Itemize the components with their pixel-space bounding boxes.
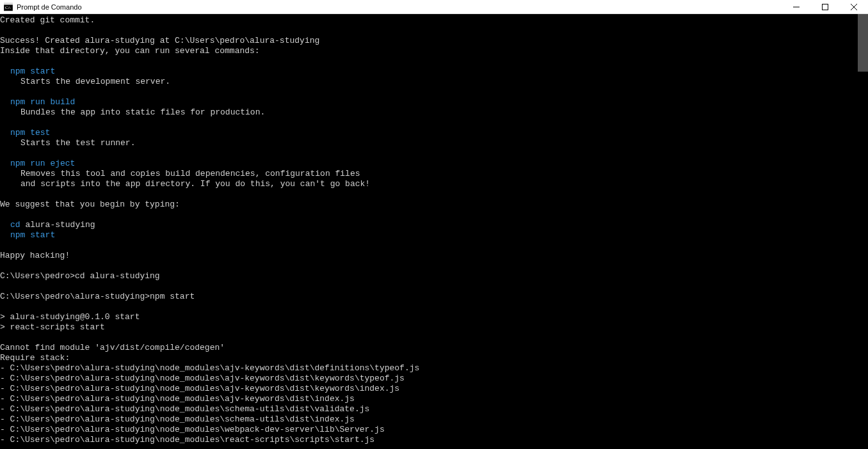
- terminal-output[interactable]: Created git commit. Success! Created alu…: [0, 14, 858, 449]
- terminal-line: We suggest that you begin by typing:: [0, 200, 858, 210]
- terminal-line: [0, 240, 858, 251]
- terminal-line: [0, 333, 858, 343]
- terminal-text: npm start: [10, 230, 55, 240]
- terminal-line: Starts the test runner.: [0, 138, 858, 148]
- minimize-button[interactable]: [782, 0, 810, 14]
- terminal-text: npm start: [10, 67, 55, 76]
- terminal-line: Require stack:: [0, 353, 858, 363]
- close-button[interactable]: [839, 0, 868, 14]
- terminal-text: Removes this tool and copies build depen…: [20, 169, 360, 178]
- terminal-text: - C:\Users\pedro\alura-studying\node_mod…: [0, 425, 385, 434]
- terminal-text: - C:\Users\pedro\alura-studying\node_mod…: [0, 384, 399, 393]
- cmd-icon: C:\: [4, 3, 13, 12]
- terminal-text: - C:\Users\pedro\alura-studying\node_mod…: [0, 394, 355, 404]
- terminal-text: Created git commit.: [0, 15, 95, 25]
- terminal-line: - C:\Users\pedro\alura-studying\node_mod…: [0, 363, 858, 374]
- terminal-line: [0, 87, 858, 97]
- terminal-line: [0, 148, 858, 159]
- terminal-line: - C:\Users\pedro\alura-studying\node_mod…: [0, 394, 858, 404]
- terminal-text: npm run build: [10, 97, 75, 107]
- maximize-button[interactable]: [810, 0, 839, 14]
- terminal-text: - C:\Users\pedro\alura-studying\node_mod…: [0, 363, 419, 373]
- terminal-line: > alura-studying@0.1.0 start: [0, 312, 858, 322]
- terminal-line: [0, 118, 858, 128]
- svg-rect-4: [822, 4, 828, 10]
- terminal-line: Success! Created alura-studying at C:\Us…: [0, 36, 858, 46]
- window-title: Prompt de Comando: [17, 3, 82, 11]
- terminal-line: [0, 281, 858, 292]
- terminal-text: C:\Users\pedro\alura-studying>npm start: [0, 292, 195, 301]
- terminal-line: cd alura-studying: [0, 220, 858, 230]
- terminal-text: Bundles the app into static files for pr…: [20, 107, 265, 117]
- terminal-text: - C:\Users\pedro\alura-studying\node_mod…: [0, 435, 374, 445]
- terminal-line: > react-scripts start: [0, 322, 858, 333]
- terminal-line: [0, 210, 858, 220]
- terminal-text: - C:\Users\pedro\alura-studying\node_mod…: [0, 374, 405, 383]
- terminal-line: [0, 56, 858, 67]
- terminal-line: Cannot find module 'ajv/dist/compile/cod…: [0, 343, 858, 353]
- terminal-text: We suggest that you begin by typing:: [0, 200, 180, 209]
- terminal-line: Starts the development server.: [0, 77, 858, 87]
- titlebar-left: C:\ Prompt de Comando: [4, 3, 82, 12]
- scrollbar-vertical[interactable]: [858, 14, 868, 449]
- terminal-line: Inside that directory, you can run sever…: [0, 46, 858, 56]
- terminal-text: Happy hacking!: [0, 251, 70, 260]
- terminal-text: and scripts into the app directory. If y…: [20, 179, 370, 189]
- terminal-text: Cannot find module 'ajv/dist/compile/cod…: [0, 343, 225, 352]
- terminal-line: Bundles the app into static files for pr…: [0, 107, 858, 118]
- terminal-line: - C:\Users\pedro\alura-studying\node_mod…: [0, 384, 858, 394]
- terminal-line: [0, 261, 858, 271]
- terminal-line: Happy hacking!: [0, 251, 858, 261]
- terminal-text: alura-studying: [25, 220, 95, 230]
- terminal-line: and scripts into the app directory. If y…: [0, 179, 858, 189]
- terminal-line: - C:\Users\pedro\alura-studying\node_mod…: [0, 414, 858, 425]
- terminal-line: npm run eject: [0, 159, 858, 169]
- terminal-text: > react-scripts start: [0, 322, 105, 332]
- terminal-line: C:\Users\pedro\alura-studying>npm start: [0, 292, 858, 302]
- terminal-text: Starts the development server.: [20, 77, 170, 86]
- terminal-text: Success! Created alura-studying at C:\Us…: [0, 36, 319, 45]
- window-controls: [782, 0, 868, 14]
- terminal-line: npm start: [0, 230, 858, 240]
- terminal-line: npm test: [0, 128, 858, 138]
- window-titlebar: C:\ Prompt de Comando: [0, 0, 868, 14]
- terminal-line: [0, 189, 858, 200]
- terminal-line: - C:\Users\pedro\alura-studying\node_mod…: [0, 435, 858, 445]
- terminal-line: [0, 26, 858, 36]
- terminal-line: [0, 302, 858, 312]
- terminal-line: Created git commit.: [0, 15, 858, 26]
- terminal-text: C:\Users\pedro>cd alura-studying: [0, 271, 160, 281]
- terminal-line: Removes this tool and copies build depen…: [0, 169, 858, 179]
- terminal-line: - C:\Users\pedro\alura-studying\node_mod…: [0, 425, 858, 435]
- terminal-line: C:\Users\pedro>cd alura-studying: [0, 271, 858, 281]
- terminal-text: Starts the test runner.: [20, 138, 135, 148]
- terminal-line: - C:\Users\pedro\alura-studying\node_mod…: [0, 374, 858, 384]
- terminal-text: npm run eject: [10, 159, 75, 168]
- terminal-text: npm test: [10, 128, 50, 138]
- terminal-line: - C:\Users\pedro\alura-studying\node_mod…: [0, 404, 858, 414]
- svg-text:C:\: C:\: [5, 5, 11, 10]
- terminal-line: npm start: [0, 67, 858, 77]
- terminal-text: > alura-studying@0.1.0 start: [0, 312, 140, 322]
- terminal-text: cd: [10, 220, 25, 230]
- terminal-container: Created git commit. Success! Created alu…: [0, 14, 868, 449]
- terminal-text: - C:\Users\pedro\alura-studying\node_mod…: [0, 414, 355, 424]
- terminal-text: Require stack:: [0, 353, 70, 363]
- terminal-text: Inside that directory, you can run sever…: [0, 46, 260, 56]
- scrollbar-thumb[interactable]: [858, 14, 868, 72]
- terminal-text: - C:\Users\pedro\alura-studying\node_mod…: [0, 404, 369, 414]
- terminal-line: npm run build: [0, 97, 858, 107]
